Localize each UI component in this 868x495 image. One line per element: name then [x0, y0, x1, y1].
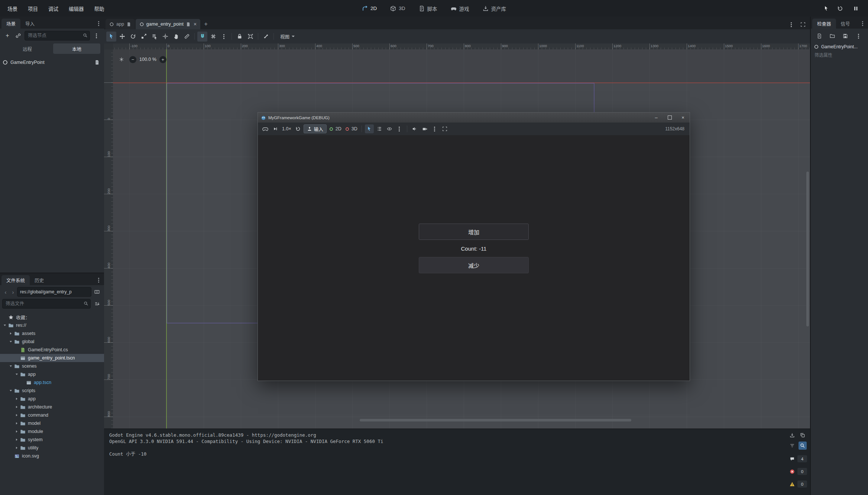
scene-tab-game-entry-point[interactable]: game_entry_point ×	[136, 19, 200, 29]
move-tool-button[interactable]	[117, 32, 127, 42]
scene-tab-app[interactable]: app	[106, 19, 135, 29]
file-row[interactable]: global	[0, 338, 104, 346]
vertical-scrollbar[interactable]	[806, 172, 809, 326]
file-row[interactable]: scenes	[0, 362, 104, 370]
expander-icon[interactable]	[14, 370, 19, 378]
rotate-tool-button[interactable]	[128, 32, 138, 42]
workspace-script-button[interactable]: 脚本	[414, 3, 442, 14]
expander-icon[interactable]	[8, 362, 13, 370]
search-output-button[interactable]	[799, 442, 807, 450]
close-window-button[interactable]: ×	[676, 113, 690, 123]
local-tab[interactable]: 本地	[53, 43, 100, 54]
debug-options-button[interactable]	[261, 124, 270, 133]
expander-icon[interactable]	[20, 378, 25, 387]
expander-icon[interactable]	[14, 354, 19, 362]
file-row[interactable]: res://	[0, 321, 104, 329]
file-row[interactable]: module	[0, 427, 104, 436]
path-input[interactable]	[17, 287, 91, 297]
game-scene-tree-button[interactable]	[375, 124, 384, 133]
game-more-menu-button[interactable]	[395, 124, 404, 133]
speed-menu-button[interactable]: 1.0×	[281, 124, 292, 133]
file-row[interactable]: system	[0, 436, 104, 444]
grid-snap-button[interactable]	[208, 32, 218, 42]
expander-icon[interactable]	[14, 419, 19, 427]
close-tab-button[interactable]: ×	[194, 21, 197, 27]
error-count-row[interactable]: 0	[788, 468, 807, 475]
warning-count-row[interactable]: 0	[788, 481, 807, 488]
group-object-button[interactable]	[245, 32, 255, 42]
list-select-button[interactable]	[149, 32, 159, 42]
view-menu-button[interactable]: 视图	[276, 32, 298, 42]
copy-output-button[interactable]	[799, 431, 807, 439]
audio-mute-button[interactable]	[410, 124, 419, 133]
filesystem-menu-button[interactable]	[94, 275, 103, 285]
split-view-button[interactable]	[92, 287, 102, 297]
expander-icon[interactable]	[14, 444, 19, 452]
canvas[interactable]: − 100.0 % + MyGFrameworkGame	[113, 49, 811, 429]
nav-forward-button[interactable]: ›	[10, 287, 16, 296]
expander-icon[interactable]	[14, 427, 19, 436]
game-select-mode-button[interactable]	[365, 124, 374, 133]
expander-icon[interactable]	[14, 395, 19, 403]
game-window-titlebar[interactable]: MyGFrameworkGame (DEBUG) – ×	[258, 113, 690, 123]
tab-signals[interactable]: 信号	[836, 19, 855, 29]
file-row[interactable]: icon.svg	[0, 452, 104, 460]
select-tool-button[interactable]	[106, 32, 116, 42]
load-resource-button[interactable]	[827, 31, 837, 41]
camera-override-button[interactable]	[420, 124, 429, 133]
horizontal-scrollbar[interactable]	[360, 419, 631, 421]
inspector-menu-button[interactable]	[858, 19, 867, 29]
file-row[interactable]: app	[0, 370, 104, 378]
workspace-2d-button[interactable]: 2D	[357, 3, 382, 14]
input-mode-toggle[interactable]: 输入	[304, 124, 327, 133]
menu-item[interactable]: 帮助	[89, 0, 110, 17]
instance-scene-button[interactable]	[13, 31, 23, 40]
expander-icon[interactable]	[8, 452, 13, 460]
snap-options-button[interactable]	[219, 32, 229, 42]
file-row[interactable]: 收藏：	[0, 313, 104, 321]
inspected-node-row[interactable]: GameEntryPoint...	[811, 43, 868, 51]
menu-item[interactable]: 场景	[2, 0, 23, 17]
tab-history[interactable]: 历史	[30, 275, 49, 285]
camera-more-menu-button[interactable]	[430, 124, 439, 133]
workspace-assetlib-button[interactable]: 资产库	[478, 3, 511, 14]
pan-tool-button[interactable]	[171, 32, 181, 42]
clear-output-button[interactable]	[788, 431, 796, 439]
zoom-in-button[interactable]: +	[159, 56, 166, 63]
smart-snap-button[interactable]	[197, 32, 207, 42]
file-row[interactable]: GameEntryPoint.cs	[0, 346, 104, 354]
remote-tab[interactable]: 远程	[4, 43, 51, 54]
mode-2d-button[interactable]: 2D	[328, 124, 343, 133]
file-row[interactable]: game_entry_point.tscn	[0, 354, 104, 362]
expander-icon[interactable]	[14, 346, 19, 354]
tab-import[interactable]: 导入	[20, 19, 39, 29]
horizontal-ruler[interactable]: -100010020030040050060070080090010001100…	[113, 43, 811, 49]
inspector-extra-menu-button[interactable]	[854, 31, 863, 41]
expander-icon[interactable]	[2, 313, 7, 321]
scale-tool-button[interactable]	[139, 32, 149, 42]
expander-icon[interactable]	[8, 338, 13, 346]
tab-scene[interactable]: 场景	[1, 19, 20, 29]
expander-icon[interactable]	[14, 403, 19, 411]
restart-button[interactable]	[835, 4, 845, 13]
expand-viewport-button[interactable]	[798, 20, 808, 29]
pivot-tool-button[interactable]	[160, 32, 170, 42]
sort-files-button[interactable]	[92, 299, 102, 309]
file-row[interactable]: command	[0, 411, 104, 419]
new-resource-button[interactable]	[814, 31, 824, 41]
game-fullscreen-button[interactable]	[440, 124, 449, 133]
tab-inspector[interactable]: 检查器	[812, 19, 836, 29]
next-frame-button[interactable]	[271, 124, 280, 133]
file-row[interactable]: app.tscn	[0, 378, 104, 387]
menu-item[interactable]: 调试	[43, 0, 64, 17]
skeleton-options-button[interactable]	[261, 32, 271, 42]
file-row[interactable]: app	[0, 395, 104, 403]
ruler-tool-button[interactable]	[182, 32, 192, 42]
menu-item[interactable]: 项目	[23, 0, 43, 17]
reset-speed-button[interactable]	[294, 124, 302, 133]
attached-script-button[interactable]	[92, 58, 102, 67]
tab-list-menu-button[interactable]	[786, 20, 796, 29]
property-filter-input[interactable]	[811, 51, 868, 60]
file-row[interactable]: model	[0, 419, 104, 427]
scene-node-row[interactable]: GameEntryPoint	[0, 58, 104, 67]
